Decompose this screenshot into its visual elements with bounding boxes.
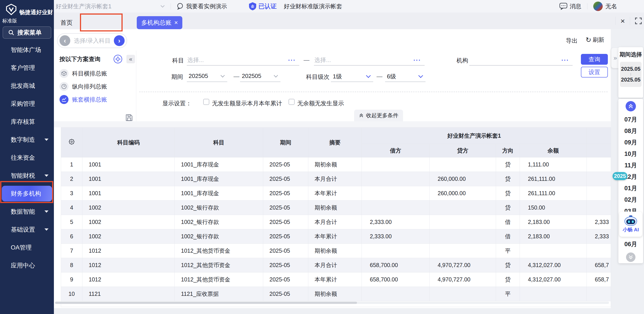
export-button[interactable]: 导出 bbox=[566, 37, 578, 45]
column-header-summary[interactable]: 摘要 bbox=[308, 128, 362, 158]
sidebar-item-智能财税[interactable]: 智能财税 bbox=[0, 167, 54, 185]
query-button[interactable]: 查询 bbox=[581, 54, 608, 65]
plan-item-subject-horizontal[interactable]: 科目横排总账 bbox=[60, 69, 107, 78]
table-row[interactable]: 910121012_其他货币资金2025-05本年累计658,700.004,9… bbox=[61, 272, 611, 287]
period-range-box[interactable]: 2025.05 2025.05 bbox=[620, 62, 642, 87]
cell-direction: 平 bbox=[496, 244, 520, 258]
collapse-panel-button[interactable]: « bbox=[126, 55, 135, 63]
table-row[interactable]: 810121012_其他货币资金2025-05本月合计658,700.004,9… bbox=[61, 258, 611, 272]
horizontal-scrollbar[interactable] bbox=[55, 302, 609, 304]
save-icon[interactable] bbox=[125, 114, 133, 122]
cell-debit bbox=[362, 172, 430, 186]
column-header-debit[interactable]: 借方 bbox=[362, 144, 430, 158]
table-row[interactable]: 110011001_库存现金2025-05期初余额贷1,111.00 bbox=[61, 158, 611, 172]
cell-code: 1012 bbox=[82, 244, 175, 258]
cube-icon bbox=[60, 69, 68, 78]
gear-icon[interactable] bbox=[114, 54, 122, 64]
column-header-code[interactable]: 科目编码 bbox=[82, 128, 175, 158]
month-item[interactable]: 10月 bbox=[624, 148, 637, 160]
cell-account: 1012_其他货币资金 bbox=[175, 244, 263, 258]
table-row[interactable]: 410021002_银行存款2025-05期初余额贷150.00 bbox=[61, 200, 611, 215]
fullscreen-icon[interactable] bbox=[635, 18, 642, 24]
ledger-table: 科目编码 科目 期间 摘要 好业财生产演示帐套1 借方 贷方 方向 余额 110… bbox=[61, 127, 611, 307]
subject-picker[interactable]: ‹ 选择/录入科目 › bbox=[57, 33, 127, 48]
scroll-up-button[interactable] bbox=[626, 101, 636, 112]
account-set-dropdown[interactable]: 好业财生产演示帐套1 bbox=[56, 2, 165, 10]
sidebar-item-库存核算[interactable]: 库存核算 bbox=[0, 113, 54, 131]
sidebar-item-基础设置[interactable]: 基础设置 bbox=[0, 220, 54, 238]
column-header-direction[interactable]: 方向 bbox=[496, 144, 520, 158]
sidebar-item-数据智能[interactable]: 数据智能 bbox=[0, 202, 54, 220]
month-item[interactable]: 07月 bbox=[624, 114, 637, 125]
table-row[interactable]: 510021002_银行存款2025-05本月合计2,333.00借2,183.… bbox=[61, 215, 611, 229]
subject-to-input[interactable]: 选择... ··· bbox=[314, 54, 424, 66]
period-from-select[interactable]: 202505 bbox=[187, 71, 227, 82]
plan-item-vertical[interactable]: 纵向排列总账 bbox=[60, 82, 107, 91]
checkbox-no-activity[interactable] bbox=[203, 99, 209, 105]
column-header-next-sub bbox=[587, 144, 611, 158]
tab-multi-org-ledger[interactable]: 多机构总账 × bbox=[137, 16, 182, 29]
prev-arrow-icon[interactable]: ‹ bbox=[60, 35, 70, 46]
cell-next-debit bbox=[587, 158, 611, 172]
search-menu-button[interactable]: 搜索菜单 bbox=[3, 26, 51, 39]
cell-next-debit: 658,7 bbox=[587, 272, 611, 287]
month-item[interactable]: 11月 bbox=[624, 160, 637, 171]
period-panel-collapse-tab[interactable]: » bbox=[611, 48, 619, 68]
subject-from-input[interactable]: 选择... ··· bbox=[187, 54, 299, 66]
sidebar-item-智能体广场[interactable]: 智能体广场 bbox=[0, 41, 54, 59]
tab-home[interactable]: 首页 bbox=[60, 16, 72, 29]
sidebar-item-采购管理[interactable]: 采购管理 bbox=[0, 95, 54, 113]
month-item[interactable]: 09月 bbox=[624, 136, 637, 148]
refresh-button[interactable]: ↻ 刷新 bbox=[586, 36, 604, 44]
cell-debit: 2,333.00 bbox=[362, 215, 430, 229]
cell-code: 1001 bbox=[82, 186, 175, 200]
column-header-balance[interactable]: 余额 bbox=[520, 144, 587, 158]
sidebar-item-OA管理[interactable]: OA管理 bbox=[0, 238, 54, 256]
tab-close-icon[interactable]: × bbox=[174, 20, 178, 26]
settings-button[interactable]: 设置 bbox=[581, 67, 608, 78]
ellipsis-picker-icon[interactable]: ··· bbox=[414, 56, 421, 64]
cell-summary: 期初余额 bbox=[308, 200, 362, 215]
ellipsis-picker-icon[interactable]: ··· bbox=[561, 56, 569, 64]
sidebar-item-数字制造[interactable]: 数字制造 bbox=[0, 131, 54, 149]
ellipsis-picker-icon[interactable]: ··· bbox=[288, 56, 296, 64]
level-to-select[interactable]: 6级 bbox=[385, 71, 426, 82]
account-set-dropdown-value: 好业财生产演示帐套1 bbox=[56, 2, 112, 10]
verified-badge[interactable]: 企 已认证 bbox=[248, 2, 277, 10]
table-row[interactable]: 710121012_其他货币资金2025-05期初余额平 bbox=[61, 244, 611, 258]
avatar[interactable] bbox=[593, 2, 603, 11]
sidebar-item-批发商城[interactable]: 批发商城 bbox=[0, 77, 54, 95]
month-item[interactable]: 01月 bbox=[624, 182, 637, 194]
column-header-period[interactable]: 期间 bbox=[263, 128, 308, 158]
cell-debit bbox=[362, 158, 430, 172]
org-input[interactable]: ··· bbox=[469, 54, 572, 66]
month-item[interactable]: 02月 bbox=[624, 194, 637, 205]
close-icon[interactable]: × bbox=[620, 17, 625, 25]
level-from-select[interactable]: 1级 bbox=[331, 71, 373, 82]
next-arrow-icon[interactable]: › bbox=[114, 35, 124, 46]
period-to-select[interactable]: 202505 bbox=[240, 71, 280, 82]
column-header-account[interactable]: 科目 bbox=[175, 128, 263, 158]
sidebar-item-往来资金[interactable]: 往来资金 bbox=[0, 149, 54, 167]
plan-item-accountset-horizontal[interactable]: 账套横排总账 bbox=[60, 95, 107, 104]
scroll-down-button[interactable] bbox=[626, 252, 636, 262]
cell-index: 8 bbox=[61, 258, 82, 272]
table-row[interactable]: 1011211121_应收票据2025-05期初余额平 bbox=[61, 287, 611, 301]
scrollbar-thumb[interactable] bbox=[55, 302, 357, 304]
ai-assistant-widget[interactable]: 小畅 AI bbox=[619, 212, 642, 237]
collapse-more-conditions[interactable]: 收起更多条件 bbox=[354, 110, 403, 121]
month-item[interactable]: 06月 bbox=[624, 238, 637, 250]
sidebar-item-财务多机构[interactable]: 财务多机构 bbox=[2, 186, 52, 202]
checkbox-no-balance[interactable] bbox=[288, 99, 294, 105]
double-chevron-down-icon bbox=[628, 254, 634, 260]
column-header-credit[interactable]: 贷方 bbox=[430, 144, 496, 158]
sidebar-item-客户管理[interactable]: 客户管理 bbox=[0, 59, 54, 77]
messages-button[interactable]: 消息 bbox=[559, 2, 581, 10]
demo-video-link[interactable]: 我要看实例演示 bbox=[177, 2, 227, 10]
sidebar-item-应用中心[interactable]: 应用中心 bbox=[0, 256, 54, 274]
table-row[interactable]: 610021002_银行存款2025-05本年累计2,333.00借2,183.… bbox=[61, 229, 611, 244]
column-settings-header[interactable] bbox=[61, 128, 82, 158]
month-item[interactable]: 08月 bbox=[624, 125, 637, 136]
table-row[interactable]: 310011001_库存现金2025-05本年累计260,000.00贷261,… bbox=[61, 186, 611, 200]
table-row[interactable]: 210011001_库存现金2025-05本月合计260,000.00贷261,… bbox=[61, 172, 611, 186]
